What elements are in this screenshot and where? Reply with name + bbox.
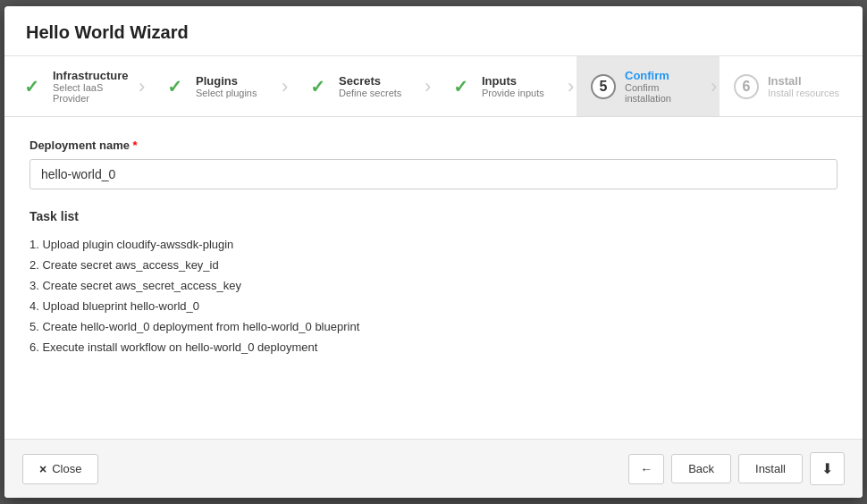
step-icon-infrastructure: ✓ xyxy=(19,74,44,99)
task-item: 4. Upload blueprint hello-world_0 xyxy=(29,296,838,316)
step-arrow-plugins: › xyxy=(282,78,299,96)
back-label: Back xyxy=(688,462,714,475)
step-icon-inputs: ✓ xyxy=(448,74,473,99)
step-text-inputs: Inputs Provide inputs xyxy=(482,74,544,98)
task-item: 2. Create secret aws_access_key_id xyxy=(29,255,838,275)
step-sub-infrastructure: Select IaaS Provider xyxy=(53,82,133,104)
step-icon-install: 6 xyxy=(734,74,759,99)
close-label: Close xyxy=(52,462,81,475)
modal-title: Hello World Wizard xyxy=(26,22,841,43)
step-sub-plugins: Select plugins xyxy=(196,88,257,98)
step-name-confirm: Confirm xyxy=(625,69,705,82)
step-name-plugins: Plugins xyxy=(196,74,257,88)
wizard-modal: Hello World Wizard ✓ Infrastructure Sele… xyxy=(4,6,863,498)
task-items-container: 1. Upload plugin cloudify-awssdk-plugin2… xyxy=(29,234,838,357)
deployment-label: Deployment name * xyxy=(29,139,838,152)
deployment-name-input[interactable] xyxy=(29,159,838,189)
step-sub-secrets: Define secrets xyxy=(339,88,401,98)
step-text-plugins: Plugins Select plugins xyxy=(196,74,257,98)
x-icon: × xyxy=(39,462,46,476)
step-text-infrastructure: Infrastructure Select IaaS Provider xyxy=(53,69,133,104)
step-name-inputs: Inputs xyxy=(482,74,544,88)
step-sub-inputs: Provide inputs xyxy=(482,88,544,98)
footer-right: ← Back Install ⬇ xyxy=(628,452,845,485)
step-icon-confirm: 5 xyxy=(591,74,616,99)
step-icon-secrets: ✓ xyxy=(305,74,330,99)
install-label: Install xyxy=(755,462,786,475)
step-text-secrets: Secrets Define secrets xyxy=(339,74,401,98)
back-arrow-button[interactable]: ← xyxy=(628,454,664,484)
task-item: 6. Execute install workflow on hello-wor… xyxy=(29,337,838,357)
modal-header: Hello World Wizard xyxy=(4,6,863,56)
step-text-confirm: Confirm Confirm installation xyxy=(625,69,705,104)
task-list-title: Task list xyxy=(29,209,838,223)
step-arrow-inputs: › xyxy=(568,78,585,96)
task-item: 5. Create hello-world_0 deployment from … xyxy=(29,316,838,337)
step-name-secrets: Secrets xyxy=(339,74,401,88)
modal-footer: × Close ← Back Install ⬇ xyxy=(4,439,863,498)
wizard-step-install[interactable]: 6 Install Install resources xyxy=(720,56,863,116)
wizard-step-confirm[interactable]: 5 Confirm Confirm installation › xyxy=(577,56,720,116)
step-name-install: Install xyxy=(768,74,839,88)
wizard-step-secrets[interactable]: ✓ Secrets Define secrets › xyxy=(290,56,434,116)
step-name-infrastructure: Infrastructure xyxy=(53,69,133,82)
wizard-step-plugins[interactable]: ✓ Plugins Select plugins › xyxy=(147,56,290,116)
close-button[interactable]: × Close xyxy=(22,454,98,484)
install-button[interactable]: Install xyxy=(738,454,803,483)
modal-body: Deployment name * Task list 1. Upload pl… xyxy=(4,117,863,439)
task-item: 3. Create secret aws_secret_access_key xyxy=(29,275,838,296)
download-button[interactable]: ⬇ xyxy=(810,452,845,485)
step-arrow-confirm: › xyxy=(711,78,728,96)
required-marker: * xyxy=(133,139,138,152)
step-arrow-secrets: › xyxy=(425,78,442,96)
task-list-section: Task list 1. Upload plugin cloudify-awss… xyxy=(29,209,838,357)
back-button[interactable]: Back xyxy=(671,454,731,483)
download-icon: ⬇ xyxy=(821,460,833,477)
wizard-step-infrastructure[interactable]: ✓ Infrastructure Select IaaS Provider › xyxy=(4,56,147,116)
step-sub-confirm: Confirm installation xyxy=(625,82,705,104)
step-sub-install: Install resources xyxy=(768,88,839,98)
left-arrow-icon: ← xyxy=(640,462,652,476)
wizard-steps: ✓ Infrastructure Select IaaS Provider › … xyxy=(4,56,863,117)
task-item: 1. Upload plugin cloudify-awssdk-plugin xyxy=(29,234,838,255)
step-arrow-infrastructure: › xyxy=(139,78,156,96)
wizard-step-inputs[interactable]: ✓ Inputs Provide inputs › xyxy=(434,56,577,116)
step-text-install: Install Install resources xyxy=(768,74,839,98)
footer-left: × Close xyxy=(22,454,98,484)
step-icon-plugins: ✓ xyxy=(162,74,187,99)
